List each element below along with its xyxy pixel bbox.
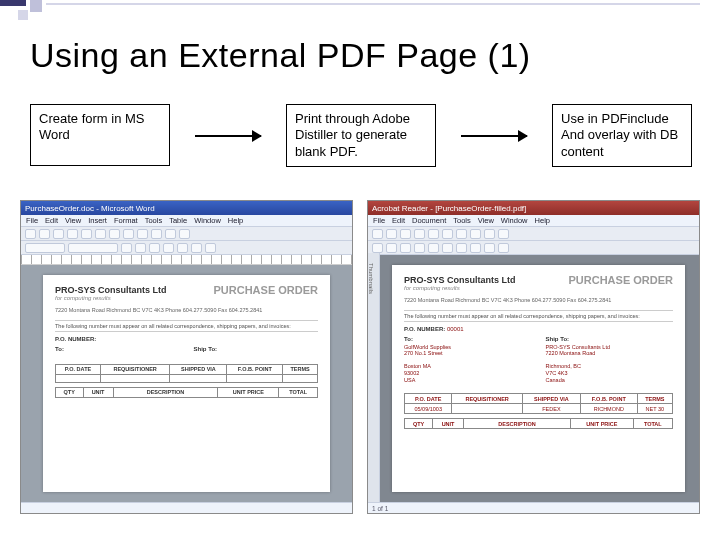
- address-columns: To: Ship To:: [55, 346, 318, 354]
- menu-item[interactable]: Document: [412, 216, 446, 225]
- toolbar-button[interactable]: [456, 229, 467, 239]
- menu-item[interactable]: Edit: [45, 216, 58, 225]
- toolbar-button[interactable]: [123, 229, 134, 239]
- word-statusbar: [21, 502, 352, 513]
- company-tagline: for computing results: [55, 295, 167, 301]
- toolbar-button[interactable]: [484, 229, 495, 239]
- company-address: 7220 Montana Road Richmond BC V7C 4K3 Ph…: [55, 307, 318, 314]
- toolbar-button[interactable]: [470, 243, 481, 253]
- toolbar-button[interactable]: [484, 243, 495, 253]
- toolbar-button[interactable]: [498, 229, 509, 239]
- font-dropdown[interactable]: [68, 243, 118, 253]
- toolbar-button[interactable]: [386, 243, 397, 253]
- th: P.O. DATE: [405, 394, 452, 404]
- th: F.O.B. POINT: [580, 394, 637, 404]
- po-items-table: QTY UNIT DESCRIPTION UNIT PRICE TOTAL: [404, 418, 673, 429]
- menu-item[interactable]: Window: [501, 216, 528, 225]
- arrow-1: [191, 104, 265, 168]
- company-name: PRO-SYS Consultants Ltd: [55, 285, 167, 295]
- po-meta-table: P.O. DATE REQUISITIONER SHIPPED VIA F.O.…: [55, 364, 318, 383]
- reader-side-pane[interactable]: Thumbnails: [368, 253, 380, 502]
- po-meta-table: P.O. DATE REQUISITIONER SHIPPED VIA F.O.…: [404, 393, 673, 414]
- th: P.O. DATE: [56, 364, 101, 374]
- menu-item[interactable]: Help: [228, 216, 243, 225]
- toolbar-button[interactable]: [25, 229, 36, 239]
- toolbar-button[interactable]: [400, 243, 411, 253]
- toolbar-button[interactable]: [414, 243, 425, 253]
- th: UNIT PRICE: [571, 419, 633, 429]
- ruler: [21, 255, 352, 265]
- th: TERMS: [637, 394, 672, 404]
- reader-statusbar: 1 of 1: [368, 502, 699, 513]
- toolbar-button[interactable]: [81, 229, 92, 239]
- toolbar-button[interactable]: [428, 229, 439, 239]
- accent-square-tiny: [18, 10, 28, 20]
- menu-item[interactable]: View: [478, 216, 494, 225]
- reader-toolbar-1: [368, 227, 699, 241]
- menu-item[interactable]: Help: [535, 216, 550, 225]
- titlebar-text: PurchaseOrder.doc - Microsoft Word: [25, 204, 155, 213]
- toolbar-button[interactable]: [400, 229, 411, 239]
- po-title: PURCHASE ORDER: [213, 285, 318, 296]
- toolbar-button[interactable]: [121, 243, 132, 253]
- word-menubar: File Edit View Insert Format Tools Table…: [21, 215, 352, 227]
- th: UNIT PRICE: [218, 387, 279, 397]
- menu-item[interactable]: File: [26, 216, 38, 225]
- reader-titlebar: Acrobat Reader - [PurchaseOrder-filled.p…: [368, 201, 699, 215]
- menu-item[interactable]: File: [373, 216, 385, 225]
- menu-item[interactable]: Table: [169, 216, 187, 225]
- step-text: Use in PDFinclude And overlay with DB co…: [561, 111, 678, 159]
- accent-line: [46, 3, 700, 5]
- menu-item[interactable]: Format: [114, 216, 138, 225]
- toolbar-button[interactable]: [151, 229, 162, 239]
- toolbar-button[interactable]: [109, 229, 120, 239]
- toolbar-button[interactable]: [53, 229, 64, 239]
- step-text: Create form in MS Word: [39, 111, 144, 142]
- toolbar-button[interactable]: [95, 229, 106, 239]
- menu-item[interactable]: Edit: [392, 216, 405, 225]
- style-dropdown[interactable]: [25, 243, 65, 253]
- toolbar-button[interactable]: [470, 229, 481, 239]
- toolbar-button[interactable]: [428, 243, 439, 253]
- side-tab[interactable]: Thumbnails: [368, 263, 374, 294]
- menu-item[interactable]: Tools: [145, 216, 163, 225]
- toolbar-button[interactable]: [179, 229, 190, 239]
- accent-square: [0, 0, 26, 6]
- th: QTY: [56, 387, 84, 397]
- toolbar-button[interactable]: [386, 229, 397, 239]
- th: SHIPPED VIA: [522, 394, 580, 404]
- toolbar-button[interactable]: [442, 229, 453, 239]
- menu-item[interactable]: Tools: [453, 216, 471, 225]
- toolbar-button[interactable]: [442, 243, 453, 253]
- th: DESCRIPTION: [113, 387, 218, 397]
- to-label: To:: [404, 336, 532, 342]
- company-address: 7220 Montana Road Richmond BC V7C 4K3 Ph…: [404, 297, 673, 304]
- step-text: Print through Adobe Distiller to generat…: [295, 111, 410, 159]
- th: REQUISITIONER: [100, 364, 169, 374]
- th: UNIT: [83, 387, 113, 397]
- toolbar-button[interactable]: [165, 229, 176, 239]
- toolbar-button[interactable]: [456, 243, 467, 253]
- toolbar-button[interactable]: [414, 229, 425, 239]
- toolbar-button[interactable]: [372, 229, 383, 239]
- step-box-1: Create form in MS Word: [30, 104, 170, 166]
- toolbar-button[interactable]: [191, 243, 202, 253]
- toolbar-button[interactable]: [39, 229, 50, 239]
- th: UNIT: [433, 419, 464, 429]
- toolbar-button[interactable]: [177, 243, 188, 253]
- toolbar-button[interactable]: [498, 243, 509, 253]
- toolbar-button[interactable]: [149, 243, 160, 253]
- menu-item[interactable]: Insert: [88, 216, 107, 225]
- reader-menubar: File Edit Document Tools View Window Hel…: [368, 215, 699, 227]
- toolbar-button[interactable]: [163, 243, 174, 253]
- toolbar-button[interactable]: [205, 243, 216, 253]
- toolbar-button[interactable]: [137, 229, 148, 239]
- toolbar-button[interactable]: [67, 229, 78, 239]
- menu-item[interactable]: Window: [194, 216, 221, 225]
- td: 05/09/1003: [405, 404, 452, 414]
- toolbar-button[interactable]: [372, 243, 383, 253]
- toolbar-button[interactable]: [135, 243, 146, 253]
- menu-item[interactable]: View: [65, 216, 81, 225]
- note-text: The following number must appear on all …: [55, 320, 318, 332]
- arrow-2: [457, 104, 531, 168]
